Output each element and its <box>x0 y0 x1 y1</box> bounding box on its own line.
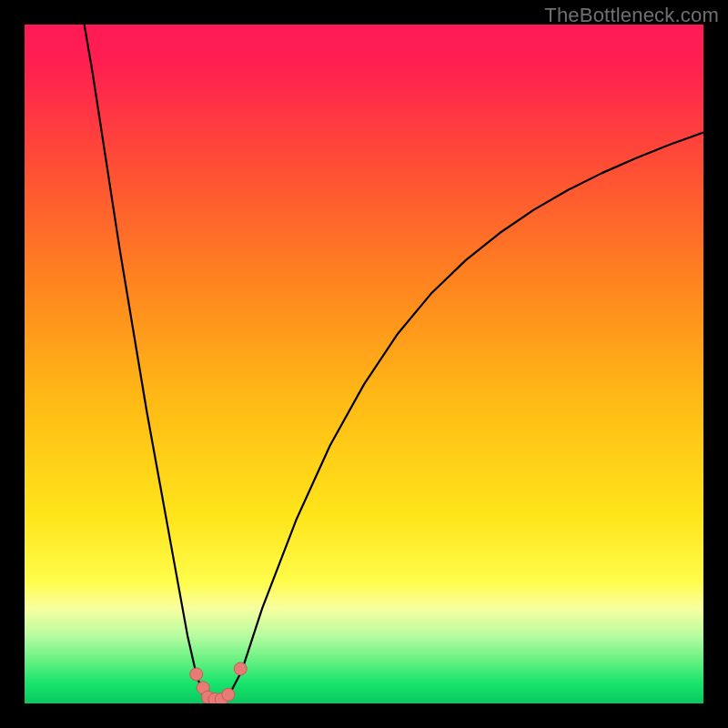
chart-canvas <box>25 25 703 703</box>
watermark-label: TheBottleneck.com <box>544 4 719 27</box>
chart-frame: TheBottleneck.com <box>0 0 728 728</box>
